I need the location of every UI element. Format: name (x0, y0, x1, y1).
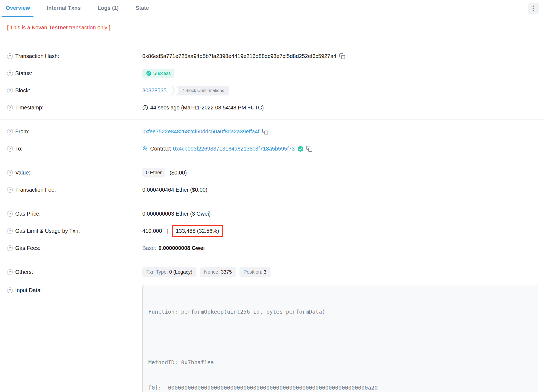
tab-bar: Overview Internal Txns Logs (1) State (0, 0, 544, 17)
input-data-textarea[interactable]: Function: performUpkeep(uint256 id, byte… (142, 285, 538, 392)
row-transaction-hash: ? Transaction Hash: 0x86ed5a771e725aa94d… (0, 48, 544, 65)
help-icon[interactable]: ? (7, 105, 13, 111)
help-icon[interactable]: ? (7, 88, 13, 93)
row-timestamp: ? Timestamp: 44 secs ago (Mar-11-2022 03… (0, 99, 544, 116)
status-text: Success (153, 71, 171, 76)
others-label: Others: (15, 269, 33, 275)
position-label: Position: (244, 269, 264, 275)
copy-to-address-button[interactable] (306, 146, 312, 152)
input-methodid-line: MethodID: 0x7bbaf1ea (148, 358, 533, 367)
row-value: ? Value: 0 Ether ($0.00) (0, 164, 544, 181)
help-icon[interactable]: ? (7, 187, 13, 193)
divider (0, 161, 544, 161)
help-icon[interactable]: ? (7, 228, 13, 234)
row-label: ? Others: (7, 269, 142, 275)
row-label: ? Timestamp: (7, 105, 142, 111)
txn-type-value: 0 (Legacy) (169, 269, 192, 275)
value-amount-badge: 0 Ether (142, 168, 165, 177)
tab-overview[interactable]: Overview (2, 0, 33, 17)
more-options-button[interactable] (528, 3, 539, 14)
row-label: ? Gas Fees: (7, 245, 142, 251)
copy-transaction-hash-button[interactable] (339, 53, 345, 59)
row-gas-limit-usage: ? Gas Limit & Usage by Txn: 410,000 | 13… (0, 222, 544, 240)
row-block: ? Block: 30328535 7 Block Confirmations (0, 82, 544, 99)
gas-limit-usage-label: Gas Limit & Usage by Txn: (15, 228, 80, 234)
help-icon[interactable]: ? (7, 245, 13, 251)
tab-logs[interactable]: Logs (1) (94, 0, 122, 17)
help-icon[interactable]: ? (7, 129, 13, 134)
param-key: [0]: (148, 384, 168, 391)
to-contract-prefix: Contract (150, 146, 171, 152)
divider (0, 202, 544, 202)
block-label: Block: (15, 87, 30, 94)
transaction-hash-label: Transaction Hash: (15, 53, 59, 59)
block-confirmations-badge: 7 Block Confirmations (171, 86, 229, 96)
timestamp-label: Timestamp: (15, 105, 44, 111)
kebab-icon (533, 5, 534, 12)
copy-icon (339, 53, 345, 59)
row-label: ? Status: (7, 70, 142, 76)
clock-icon (142, 105, 148, 111)
row-others: ? Others: Txn Type: 0 (Legacy) Nonce: 33… (0, 264, 544, 281)
row-transaction-fee: ? Transaction Fee: 0.000400464 Ether ($0… (0, 181, 544, 198)
gas-fees-label: Gas Fees: (15, 245, 40, 251)
contract-verified-badge (297, 146, 303, 152)
copy-from-address-button[interactable] (262, 128, 268, 135)
notice-bold: Testnet (49, 24, 68, 30)
from-address-link[interactable]: 0xfee7522e8482682cf50ddc50a0f8da2a39effa… (142, 128, 259, 135)
testnet-notice: [ This is a Kovan Testnet transaction on… (0, 17, 544, 41)
row-from: ? From: 0xfee7522e8482682cf50ddc50a0f8da… (0, 123, 544, 140)
transaction-hash-value: 0x86ed5a771e725aa94d5b7fa2398e4419e216d8… (142, 53, 336, 59)
nonce-label: Nonce: (204, 269, 221, 275)
gas-limit-value: 410,000 (142, 228, 162, 234)
tab-state[interactable]: State (132, 0, 152, 17)
row-status: ? Status: Success (0, 65, 544, 82)
gas-fees-base-label: Base: (142, 245, 156, 251)
row-label: ? Gas Price: (7, 211, 142, 217)
value-usd: ($0.00) (170, 170, 187, 176)
copy-icon (262, 128, 268, 135)
to-address-link[interactable]: 0x4cb093f226983713164a62138c3f718a5b595f… (173, 146, 295, 152)
blank-line (148, 333, 533, 341)
input-function-line: Function: performUpkeep(uint256 id, byte… (148, 308, 533, 316)
gas-fees-base-value: 0.000000008 Gwei (158, 245, 205, 251)
position-badge: Position: 3 (239, 267, 271, 277)
help-icon[interactable]: ? (7, 287, 13, 293)
gas-separator: | (167, 228, 168, 234)
gas-price-value: 0.000000003 Ether (3 Gwei) (142, 211, 211, 217)
help-icon[interactable]: ? (7, 269, 13, 275)
timestamp-value: 44 secs ago (Mar-11-2022 03:54:48 PM +UT… (150, 105, 264, 111)
row-label: ? From: (7, 128, 142, 135)
row-label: ? Transaction Hash: (7, 53, 142, 59)
divider (0, 120, 544, 120)
help-icon[interactable]: ? (7, 53, 13, 59)
help-icon[interactable]: ? (7, 211, 13, 217)
from-label: From: (15, 128, 29, 135)
notice-prefix: [ This is a Kovan (7, 24, 49, 30)
row-label: ? Input Data: (7, 287, 142, 293)
check-circle-icon (146, 71, 151, 76)
to-label: To: (15, 146, 23, 152)
copy-icon (306, 146, 312, 152)
row-label: ? Block: (7, 87, 142, 94)
value-label: Value: (15, 170, 30, 176)
help-icon[interactable]: ? (7, 146, 13, 152)
gas-price-label: Gas Price: (15, 211, 41, 217)
help-icon[interactable]: ? (7, 170, 13, 176)
block-confirmations-text: 7 Block Confirmations (176, 86, 229, 96)
transaction-overview-card: Overview Internal Txns Logs (1) State [ … (0, 0, 544, 392)
block-number-link[interactable]: 30328535 (142, 87, 167, 94)
zoom-in-icon[interactable] (142, 146, 148, 152)
row-label: ? Value: (7, 170, 142, 176)
row-gas-fees: ? Gas Fees: Base: 0.000000008 Gwei (0, 240, 544, 257)
row-label: ? Transaction Fee: (7, 187, 142, 193)
tab-internal-txns[interactable]: Internal Txns (43, 0, 84, 17)
txn-type-badge: Txn Type: 0 (Legacy) (142, 267, 196, 277)
status-label: Status: (15, 70, 32, 76)
txn-type-label: Txn Type: (146, 269, 169, 275)
help-icon[interactable]: ? (7, 71, 13, 76)
row-label: ? Gas Limit & Usage by Txn: (7, 228, 142, 234)
divider (0, 260, 544, 260)
position-value: 3 (264, 269, 266, 275)
row-input-data: ? Input Data: Function: performUpkeep(ui… (0, 281, 544, 392)
